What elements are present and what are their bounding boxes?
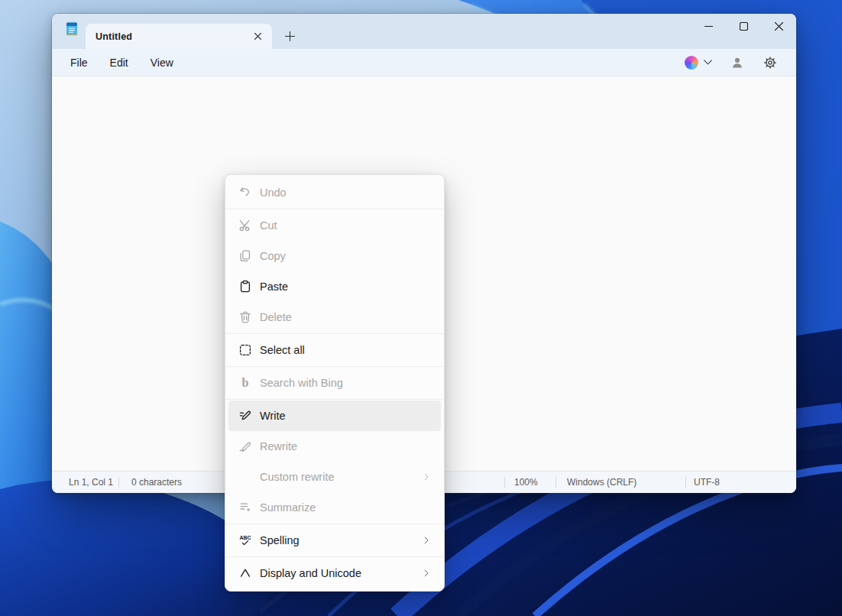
- spelling-icon: ABC: [238, 533, 253, 548]
- bing-icon: b: [238, 375, 253, 391]
- maximize-icon: [740, 22, 748, 31]
- menu-separator: [225, 209, 444, 209]
- rewrite-icon: [238, 439, 253, 454]
- tab-close-button[interactable]: [249, 28, 266, 45]
- menu-item-label: Summarize: [260, 501, 432, 514]
- settings-button[interactable]: [759, 52, 781, 73]
- menu-separator: [225, 556, 444, 557]
- status-separator: [504, 477, 505, 488]
- chevron-right-icon: [421, 535, 432, 546]
- menu-item-label: Undo: [260, 186, 432, 199]
- menubar-right-icons: [682, 52, 785, 73]
- status-char-count: 0 characters: [131, 477, 182, 488]
- trash-icon: [238, 310, 253, 325]
- menu-item-label: Paste: [260, 280, 432, 293]
- menu-item-label: Rewrite: [260, 440, 432, 452]
- write-icon: [238, 408, 253, 423]
- menu-item-copy: Copy: [228, 241, 441, 271]
- menu-separator: [225, 524, 444, 524]
- tab-title: Untitled: [96, 31, 249, 42]
- status-line-ending: Windows (CRLF): [567, 477, 636, 488]
- copilot-logo: [685, 56, 698, 70]
- undo-icon: [238, 185, 253, 200]
- menu-item-select-all[interactable]: Select all: [228, 335, 441, 365]
- menu-item-label: Search with Bing: [260, 377, 432, 389]
- menu-item-label: Display and Unicode: [260, 567, 421, 579]
- gear-icon: [763, 55, 778, 70]
- status-separator: [118, 477, 119, 488]
- menu-separator: [225, 366, 444, 367]
- select-all-icon: [238, 342, 253, 358]
- menu-separator: [225, 333, 444, 334]
- menu-item-rewrite: Rewrite: [228, 431, 441, 462]
- titlebar: Untitled: [52, 14, 796, 49]
- chevron-right-icon: [421, 472, 432, 482]
- clipboard-icon: [238, 279, 253, 294]
- status-line-col: Ln 1, Col 1: [69, 477, 113, 488]
- svg-text:b: b: [242, 376, 249, 389]
- blank-icon: [238, 469, 253, 485]
- copilot-button[interactable]: [682, 53, 715, 72]
- status-zoom: 100%: [514, 477, 538, 488]
- chevron-right-icon: [421, 568, 432, 579]
- caption-buttons: [691, 14, 796, 39]
- status-separator: [685, 477, 686, 488]
- menu-item-paste[interactable]: Paste: [228, 271, 441, 302]
- summarize-icon: [238, 500, 253, 515]
- menu-separator: [225, 399, 444, 400]
- scissors-icon: [238, 218, 253, 233]
- plus-icon: [285, 31, 295, 41]
- tab-untitled[interactable]: Untitled: [86, 24, 272, 49]
- menu-item-label: Cut: [260, 219, 432, 232]
- svg-text:ABC: ABC: [239, 535, 251, 540]
- menu-item-write[interactable]: Write: [228, 400, 441, 431]
- menu-item-undo: Undo: [228, 177, 441, 208]
- caret-icon: [238, 566, 253, 581]
- copy-icon: [238, 248, 253, 264]
- account-button[interactable]: [727, 52, 748, 73]
- new-tab-button[interactable]: [278, 25, 301, 47]
- menu-view[interactable]: View: [143, 53, 181, 72]
- menu-item-spelling[interactable]: ABC Spelling: [228, 525, 441, 556]
- status-separator: [555, 477, 556, 488]
- edit-context-menu: Undo Cut Copy Paste Delete Select all: [225, 174, 445, 592]
- close-icon: [775, 22, 783, 31]
- menu-item-label: Copy: [260, 250, 432, 262]
- menu-file[interactable]: File: [63, 53, 96, 72]
- close-window-button[interactable]: [761, 14, 796, 39]
- menu-item-label: Custom rewrite: [260, 471, 421, 483]
- menu-item-summarize: Summarize: [228, 492, 441, 523]
- menu-item-search-with-bing: b Search with Bing: [228, 368, 441, 398]
- menu-item-label: Select all: [260, 344, 432, 356]
- menu-item-label: Delete: [260, 311, 432, 323]
- menu-item-label: Spelling: [260, 534, 421, 546]
- menu-bar: File Edit View: [52, 49, 796, 76]
- person-icon: [730, 55, 745, 70]
- close-icon: [254, 33, 261, 40]
- minimize-button[interactable]: [691, 14, 726, 39]
- maximize-button[interactable]: [726, 14, 761, 39]
- menu-edit[interactable]: Edit: [102, 53, 136, 72]
- minimize-icon: [704, 22, 713, 31]
- status-encoding: UTF-8: [694, 477, 720, 488]
- notepad-app-icon: [64, 21, 79, 37]
- chevron-down-icon: [704, 60, 712, 65]
- menu-item-custom-rewrite: Custom rewrite: [228, 462, 441, 492]
- menu-item-cut: Cut: [228, 210, 441, 241]
- menu-item-display-and-unicode[interactable]: Display and Unicode: [228, 558, 441, 588]
- menu-item-label: Write: [260, 410, 432, 422]
- menu-item-delete: Delete: [228, 302, 441, 332]
